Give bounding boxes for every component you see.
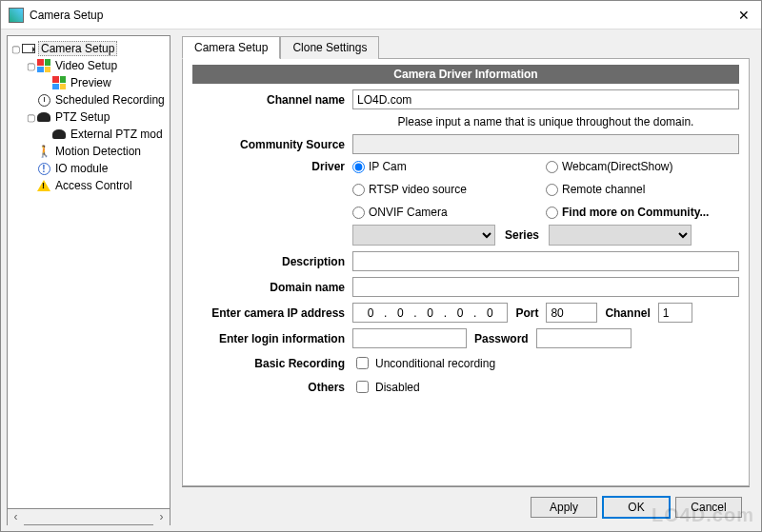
driver-ipcam-label: IP Cam (369, 160, 407, 173)
app-icon (9, 8, 24, 23)
ptz-icon (36, 109, 51, 125)
tree-label: Access Control (53, 179, 134, 192)
driver-onvif-radio[interactable] (352, 207, 365, 219)
description-input[interactable] (352, 251, 739, 271)
driver-rtsp-label: RTSP video source (369, 183, 467, 196)
collapse-icon[interactable]: ▢ (25, 61, 36, 71)
body: ▢ Camera Setup ▢ Video Setup Preview (1, 30, 761, 531)
warning-icon (36, 178, 51, 193)
window-title: Camera Setup (30, 9, 734, 22)
tree-label: Preview (69, 76, 113, 89)
port-input[interactable] (546, 303, 597, 323)
unconditional-recording-label: Unconditional recording (375, 357, 495, 370)
driver-webcam[interactable]: Webcam(DirectShow) (546, 160, 739, 173)
tab-camera-setup[interactable]: Camera Setup (182, 36, 280, 59)
scroll-left-icon[interactable]: ‹ (8, 509, 24, 525)
driver-rtsp-radio[interactable] (352, 184, 365, 196)
unconditional-recording[interactable]: Unconditional recording (352, 354, 739, 372)
driver-webcam-radio[interactable] (546, 161, 558, 173)
tree-ptz-setup[interactable]: ▢ PTZ Setup (10, 108, 168, 126)
ip-address-input[interactable]: 0. 0. 0. 0. 0 (352, 303, 508, 323)
disabled-label: Disabled (375, 381, 420, 394)
driver-label: Driver (192, 160, 345, 173)
login-input[interactable] (352, 328, 467, 348)
tree-label: Motion Detection (53, 145, 143, 158)
channel-name-hint: Please input a name that is unique throu… (352, 115, 739, 128)
main-panel: Camera Setup Clone Settings Camera Drive… (170, 35, 755, 525)
community-source-input[interactable] (352, 134, 739, 154)
section-header: Camera Driver Information (192, 65, 739, 84)
ip-octet-3[interactable]: 0 (419, 306, 442, 320)
grid-icon (36, 58, 51, 73)
grid-icon (51, 75, 67, 90)
tree-external-ptz[interactable]: External PTZ mod (10, 126, 168, 143)
community-source-label: Community Source (192, 138, 345, 151)
password-input[interactable] (536, 328, 632, 348)
tree-label: Camera Setup (38, 41, 117, 56)
channel-label: Channel (605, 306, 650, 320)
ip-octet-1[interactable]: 0 (359, 306, 382, 320)
brand-select[interactable] (352, 225, 495, 246)
ip-octet-5[interactable]: 0 (478, 306, 501, 320)
ip-address-label: Enter camera IP address (192, 306, 345, 320)
driver-onvif-label: ONVIF Camera (369, 206, 448, 219)
channel-name-input[interactable] (352, 89, 739, 109)
close-button[interactable]: ✕ (734, 8, 753, 23)
tree-label: External PTZ mod (69, 128, 165, 141)
info-icon: ! (36, 161, 51, 176)
driver-rtsp[interactable]: RTSP video source (352, 183, 546, 196)
person-icon: 🚶 (36, 144, 51, 159)
login-label: Enter login information (192, 332, 345, 345)
camera-icon (21, 41, 36, 56)
driver-community[interactable]: Find more on Community... (546, 206, 739, 219)
tree-label: PTZ Setup (53, 110, 111, 124)
series-label: Series (505, 228, 539, 242)
unconditional-recording-checkbox[interactable] (356, 357, 369, 369)
series-select[interactable] (549, 225, 692, 246)
tree-preview[interactable]: Preview (10, 74, 168, 91)
driver-onvif[interactable]: ONVIF Camera (352, 206, 546, 219)
driver-community-radio[interactable] (546, 207, 558, 219)
driver-community-label: Find more on Community... (562, 206, 709, 219)
driver-remote[interactable]: Remote channel (546, 183, 739, 196)
tree-camera-setup[interactable]: ▢ Camera Setup (10, 40, 168, 57)
password-label: Password (474, 332, 529, 345)
domain-name-label: Domain name (192, 281, 345, 294)
disabled-option[interactable]: Disabled (352, 378, 739, 396)
port-label: Port (515, 306, 538, 320)
tree-label: Scheduled Recording (53, 93, 167, 107)
collapse-icon[interactable]: ▢ (25, 112, 36, 123)
tree-motion-detection[interactable]: 🚶 Motion Detection (10, 143, 168, 160)
sidebar: ▢ Camera Setup ▢ Video Setup Preview (7, 35, 170, 525)
button-bar: Apply OK Cancel (182, 486, 750, 525)
driver-remote-label: Remote channel (562, 183, 645, 196)
ip-octet-2[interactable]: 0 (389, 306, 411, 320)
cancel-button[interactable]: Cancel (675, 497, 742, 518)
window: Camera Setup ✕ ▢ Camera Setup ▢ Video Se… (0, 0, 762, 532)
tree-access-control[interactable]: Access Control (10, 177, 168, 194)
driver-webcam-label: Webcam(DirectShow) (562, 160, 672, 173)
basic-recording-label: Basic Recording (192, 357, 345, 370)
channel-name-label: Channel name (192, 93, 345, 107)
ip-row: 0. 0. 0. 0. 0 Port Channel (352, 303, 739, 323)
tree-scheduled-recording[interactable]: Scheduled Recording (10, 91, 168, 108)
ip-octet-4[interactable]: 0 (449, 306, 471, 320)
scroll-right-icon[interactable]: › (153, 509, 170, 525)
channel-input[interactable] (658, 303, 692, 323)
tree-label: IO module (53, 162, 110, 175)
apply-button[interactable]: Apply (531, 497, 597, 518)
tabs: Camera Setup Clone Settings (182, 35, 750, 59)
collapse-icon[interactable]: ▢ (10, 44, 21, 54)
tree-io-module[interactable]: ! IO module (10, 160, 168, 177)
ok-button[interactable]: OK (603, 497, 670, 518)
form: Channel name Please input a name that is… (192, 89, 739, 396)
tree-video-setup[interactable]: ▢ Video Setup (10, 57, 168, 74)
disabled-checkbox[interactable] (356, 381, 369, 393)
driver-ipcam-radio[interactable] (352, 161, 365, 173)
domain-name-input[interactable] (352, 277, 739, 297)
driver-remote-radio[interactable] (546, 184, 558, 196)
tab-clone-settings[interactable]: Clone Settings (280, 36, 379, 59)
tree-scrollbar[interactable]: ‹ › (7, 509, 170, 525)
driver-ipcam[interactable]: IP Cam (352, 160, 546, 173)
tree-label: Video Setup (53, 59, 119, 72)
